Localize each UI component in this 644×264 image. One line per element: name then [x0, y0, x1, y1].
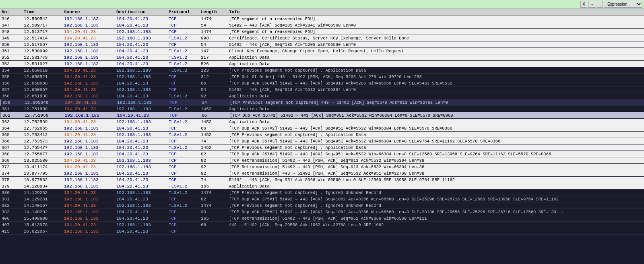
row-time: 12.509542	[22, 16, 62, 21]
row-info: 51492 → 443 [ACK] Seq=951 Ack=8366 Win=6…	[227, 177, 644, 182]
table-row[interactable]: 348 12.513717 104.20.41.23 192.168.1.183…	[0, 29, 644, 35]
row-length: 54	[200, 100, 228, 105]
table-row[interactable]: 350 12.517557 192.168.1.183 104.20.41.23…	[0, 41, 644, 48]
row-protocol: TCP	[167, 197, 199, 202]
table-row[interactable]: 347 12.509717 192.168.1.183 104.20.41.23…	[0, 22, 644, 29]
expression-dropdown[interactable]: Expression...	[604, 1, 642, 8]
table-row[interactable]: 382 14.140167 104.20.41.23 192.168.1.183…	[0, 202, 644, 209]
row-info: [TCP Retransmission] 443 → 51492 [PSH, A…	[227, 171, 644, 176]
row-time: 12.753412	[22, 132, 62, 137]
row-length: 92	[199, 171, 227, 176]
table-row[interactable]: 372 13.411174 104.20.41.23 192.168.1.183…	[0, 164, 644, 170]
table-row[interactable]: 363 12.752539 104.20.41.23 192.168.1.183…	[0, 119, 644, 125]
table-row[interactable]: 365 12.753412 104.20.41.23 192.168.1.183…	[0, 132, 644, 138]
row-info: Application Data	[227, 55, 644, 60]
table-row[interactable]: 353 12.531927 192.168.1.183 104.20.41.23…	[0, 61, 644, 67]
table-row[interactable]: 366 12.753573 192.168.1.183 104.20.41.23…	[0, 138, 644, 144]
row-no: 352	[0, 55, 22, 60]
table-row[interactable]: 383 14.140202 192.168.1.183 104.20.41.23…	[0, 209, 644, 215]
row-destination: 104.20.41.23	[115, 42, 167, 47]
row-protocol: TCP	[167, 165, 199, 169]
row-length: 1474	[199, 203, 227, 208]
row-time: 14.129281	[22, 197, 62, 202]
row-protocol: TCP	[167, 152, 199, 157]
filter-apply-button[interactable]: →	[588, 1, 596, 8]
row-no: 406	[0, 216, 22, 221]
row-info: [TCP Retransmission] 51492 → 443 [PSH, A…	[227, 216, 644, 221]
row-no: 351	[0, 49, 22, 54]
row-info: Client Key Exchange, Change Cipher Spec,…	[227, 49, 644, 54]
table-row[interactable]: 346 12.509542 192.168.1.183 104.20.41.23…	[0, 16, 644, 22]
table-row[interactable]: 379 14.128834 192.168.1.183 104.20.41.23…	[0, 183, 644, 190]
row-info: 443 → 51492 [ACK] Seq=29556 Ack=1062 Win…	[227, 223, 644, 227]
row-info: [TCP Previous segment not captured] 443 …	[228, 100, 644, 105]
row-source: 192.168.1.183	[62, 139, 115, 144]
filter-bookmark-button[interactable]: ↓	[597, 1, 603, 8]
row-no: 367	[0, 145, 22, 150]
row-source: 192.168.1.183	[62, 152, 115, 157]
row-time: 13.977862	[22, 177, 62, 182]
row-no: 368	[0, 152, 22, 157]
row-no: 354	[0, 68, 22, 73]
table-row[interactable]: 351 12.530999 192.168.1.183 104.20.41.23…	[0, 48, 644, 54]
table-row[interactable]: 375 13.977862 192.168.1.183 104.20.41.23…	[0, 177, 644, 183]
row-source: 192.168.1.183	[62, 171, 115, 176]
row-no: 346	[0, 16, 22, 21]
row-time: 12.755677	[22, 152, 62, 157]
filter-clear-button[interactable]: X	[580, 1, 587, 8]
table-row[interactable]: 374 13.977795 192.168.1.183 104.20.41.23…	[0, 170, 644, 177]
row-source: 104.20.41.23	[62, 203, 115, 208]
table-row[interactable]: 355 12.650521 104.20.41.23 192.168.1.183…	[0, 74, 644, 80]
row-time: 12.517557	[22, 42, 62, 47]
table-row[interactable]: 359 12.695640 104.20.41.23 192.168.1.183…	[0, 99, 644, 106]
row-protocol: TCP	[167, 229, 199, 234]
row-protocol: TLSv1.2	[167, 145, 199, 150]
row-time: 15.498609	[22, 216, 62, 221]
row-protocol: TCP	[167, 126, 199, 131]
row-protocol: TLSv1.2	[167, 68, 199, 73]
table-row[interactable]: 407 15.613978 104.20.41.23 192.168.1.183…	[0, 222, 644, 228]
row-destination: 104.20.41.23	[115, 16, 167, 21]
table-row[interactable]: 349 12.517414 104.20.41.23 192.168.1.183…	[0, 35, 644, 41]
row-source: 104.20.41.23	[62, 190, 115, 195]
table-row[interactable]: 415 16.622067 192.168.1.183 104.20.41.23…	[0, 228, 644, 235]
row-info: [TCP Retransmission] 51492 → 443 [PSH, A…	[227, 158, 644, 163]
row-info: 51492 → 443 [ACK] Seq=185 Ack=5205 Win=6…	[227, 42, 644, 47]
table-row[interactable]: 354 12.650519 104.20.41.23 192.168.1.183…	[0, 67, 644, 74]
table-row[interactable]: 364 12.752665 192.168.1.183 104.20.41.23…	[0, 125, 644, 132]
table-row[interactable]: 380 14.129252 104.20.41.23 192.168.1.183…	[0, 190, 644, 196]
row-protocol: TCP	[167, 29, 199, 34]
row-info: [TCP Out-Of-Order] 443 → 51492 [PSH, ACK…	[227, 74, 644, 79]
table-row[interactable]: 369 13.025580 104.20.41.23 192.168.1.183…	[0, 157, 644, 164]
header-row: No. Time Source Destination Protocol Len…	[0, 9, 644, 16]
row-destination: 104.20.41.23	[115, 94, 167, 99]
table-row[interactable]: 368 12.755677 192.168.1.183 104.20.41.23…	[0, 151, 644, 157]
table-row[interactable]: 367 12.755477 192.168.1.183 104.20.41.23…	[0, 144, 644, 151]
row-info: [TCP segment of a reassembled PDU]	[227, 16, 644, 21]
row-destination: 192.168.1.183	[115, 190, 167, 195]
row-source: 192.168.1.183	[62, 81, 115, 86]
row-time: 13.411174	[22, 165, 62, 169]
table-row[interactable]: 362 12.751960 192.168.1.183 104.20.41.23…	[0, 112, 644, 119]
row-info: Application Data	[227, 107, 644, 111]
table-row[interactable]: 406 15.498609 192.168.1.183 104.20.41.23…	[0, 215, 644, 222]
row-info: 51492 → 443 [ACK] Seq=913 Ack=5532 Win=6…	[227, 87, 644, 92]
row-source: 192.168.1.183	[62, 197, 115, 202]
row-length: 123	[199, 68, 227, 73]
row-source: 192.168.1.183	[62, 55, 115, 60]
table-row[interactable]: 357 12.650967 104.20.41.23 192.168.1.183…	[0, 87, 644, 93]
table-row[interactable]: 352 12.531773 192.168.1.183 104.20.41.23…	[0, 54, 644, 61]
row-time: 13.025580	[22, 158, 62, 163]
row-info: Certificate, Certificate Status, Server …	[227, 36, 644, 41]
table-row[interactable]: 361 12.751808 104.20.41.23 192.168.1.183…	[0, 106, 644, 112]
row-no: 362	[1, 113, 23, 118]
table-row[interactable]: 356 12.650668 192.168.1.183 104.20.41.23…	[0, 80, 644, 87]
row-length: 312	[199, 74, 227, 79]
packet-list[interactable]: 346 12.509542 192.168.1.183 104.20.41.23…	[0, 16, 644, 262]
table-row[interactable]: 381 14.129281 192.168.1.183 104.20.41.23…	[0, 196, 644, 202]
row-time: 12.530999	[22, 49, 62, 54]
row-length: 66	[199, 223, 227, 227]
row-length: 74	[199, 177, 227, 182]
filter-buttons: X → ↓ Expression...	[580, 1, 642, 8]
table-row[interactable]: 358 12.651838 192.168.1.183 104.20.41.23…	[0, 93, 644, 99]
